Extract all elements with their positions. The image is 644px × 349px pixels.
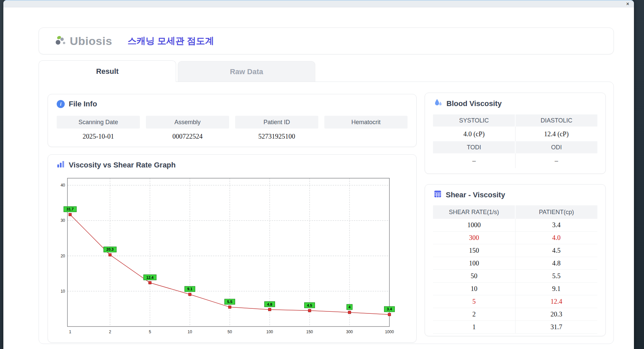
svg-text:30: 30 [61, 218, 65, 223]
diastolic-value: 12.4 (cP) [516, 127, 598, 141]
svg-text:5.5: 5.5 [227, 300, 232, 304]
todi-value: – [433, 153, 516, 168]
patient-viscosity-cell: 20.3 [516, 308, 598, 320]
odi-value: – [516, 153, 598, 168]
file-info-fields: Scanning Date 2025-10-01 Assembly 000722… [57, 116, 408, 144]
patient-viscosity-cell: 12.4 [516, 295, 598, 308]
info-icon: i [57, 100, 65, 108]
viscosity-chart: 102030401251050100150300100031.720.312.4… [55, 176, 404, 339]
systolic-value: 4.0 (cP) [433, 127, 516, 141]
svg-text:50: 50 [227, 330, 232, 334]
bv-value-row: – – [433, 153, 597, 168]
svg-text:4.5: 4.5 [307, 303, 312, 307]
field-scanning-date: Scanning Date 2025-10-01 [57, 116, 140, 144]
graph-card: Viscosity vs Shear Rate Graph 1020304012… [48, 154, 417, 343]
shear-rate-cell: 150 [433, 244, 516, 257]
close-icon[interactable]: × [625, 1, 631, 7]
blood-viscosity-card: Blood Viscosity SYSTOLIC DIASTOLIC 4.0 (… [425, 93, 606, 174]
table-row: 10003.4 [433, 219, 597, 232]
shear-viscosity-card: Shear - Viscosity SHEAR RATE(1/s) PATIEN… [425, 184, 606, 336]
svg-text:1: 1 [69, 330, 71, 334]
svg-text:5: 5 [149, 330, 151, 334]
titlebar: × [3, 0, 634, 7]
shear-rate-cell: 100 [433, 257, 516, 269]
bar-chart-icon [57, 160, 65, 170]
svg-text:4.8: 4.8 [267, 302, 272, 306]
patient-viscosity-cell: 9.1 [516, 283, 598, 295]
svg-text:4: 4 [348, 305, 351, 309]
file-info-title-text: File Info [69, 100, 97, 108]
bv-header-row: TODI ODI [433, 141, 597, 153]
svg-text:150: 150 [306, 330, 313, 334]
shear-viscosity-title: Shear - Viscosity [434, 190, 505, 200]
ubiosis-logo-icon [54, 35, 67, 47]
blood-viscosity-title: Blood Viscosity [434, 98, 502, 109]
table-row: 109.1 [433, 283, 597, 295]
field-value: 2025-10-01 [57, 129, 140, 144]
logo-text: Ubiosis [70, 35, 112, 48]
tab-result[interactable]: Result [39, 60, 176, 82]
svg-text:300: 300 [346, 330, 353, 334]
graph-title: Viscosity vs Shear Rate Graph [57, 160, 176, 170]
patient-column-header: PATIENT(cp) [516, 205, 597, 219]
todi-label: TODI [433, 141, 515, 153]
blood-viscosity-title-text: Blood Viscosity [446, 99, 502, 108]
table-row: 505.5 [433, 270, 597, 283]
field-hematocrit: Hematocrit [324, 116, 408, 144]
shear-rate-column-header: SHEAR RATE(1/s) [433, 205, 515, 219]
table-row: 3004.0 [433, 232, 597, 244]
svg-text:3.4: 3.4 [387, 307, 392, 311]
shear-rate-cell: 10 [433, 283, 516, 295]
graph-title-text: Viscosity vs Shear Rate Graph [69, 161, 176, 169]
svg-text:100: 100 [266, 330, 273, 334]
patient-viscosity-cell: 4.5 [516, 244, 598, 257]
table-row: 1504.5 [433, 244, 597, 257]
shear-rate-cell: 2 [433, 308, 516, 320]
shear-viscosity-title-text: Shear - Viscosity [446, 191, 505, 199]
field-assembly: Assembly 000722524 [146, 116, 229, 144]
shear-rate-cell: 5 [433, 295, 516, 308]
odi-label: ODI [516, 141, 597, 153]
shear-table-header: SHEAR RATE(1/s) PATIENT(cp) [433, 205, 597, 219]
svg-text:9.1: 9.1 [187, 287, 192, 291]
file-info-title: i File Info [57, 100, 97, 108]
systolic-label: SYSTOLIC [433, 114, 515, 127]
shear-table-body: 10003.43004.01504.51004.8505.5109.1512.4… [433, 219, 597, 334]
field-label: Patient ID [235, 116, 318, 129]
field-value: 000722524 [146, 129, 229, 144]
diastolic-label: DIASTOLIC [516, 114, 597, 127]
tab-raw-data[interactable]: Raw Data [178, 61, 315, 82]
patient-viscosity-cell: 4.8 [516, 257, 598, 269]
svg-text:10: 10 [187, 330, 192, 334]
field-value: 52731925100 [235, 129, 318, 144]
table-row: 131.7 [433, 321, 597, 334]
table-row: 1004.8 [433, 257, 597, 270]
bv-header-row: SYSTOLIC DIASTOLIC [433, 114, 597, 127]
shear-rate-cell: 300 [433, 232, 516, 244]
app-window: × Ubiosis 스캐닝 모세관 점도계 Result Raw Data i … [3, 0, 634, 349]
svg-text:2: 2 [109, 330, 111, 334]
svg-text:1000: 1000 [385, 330, 394, 334]
header-card: Ubiosis 스캐닝 모세관 점도계 [39, 28, 614, 54]
field-patient-id: Patient ID 52731925100 [235, 116, 318, 144]
table-row: 220.3 [433, 308, 597, 321]
shear-rate-cell: 50 [433, 270, 516, 282]
page-title: 스캐닝 모세관 점도계 [127, 35, 214, 47]
shear-viscosity-table: SHEAR RATE(1/s) PATIENT(cp) 10003.43004.… [433, 205, 597, 334]
field-label: Assembly [146, 116, 229, 129]
svg-text:31.7: 31.7 [66, 207, 73, 211]
svg-text:20: 20 [61, 254, 65, 258]
blood-viscosity-table: SYSTOLIC DIASTOLIC 4.0 (cP) 12.4 (cP) TO… [433, 114, 597, 168]
bv-value-row: 4.0 (cP) 12.4 (cP) [433, 127, 597, 141]
result-panel: i File Info Scanning Date 2025-10-01 Ass… [39, 82, 614, 344]
file-info-card: i File Info Scanning Date 2025-10-01 Ass… [48, 94, 417, 147]
svg-text:20.3: 20.3 [106, 247, 113, 251]
table-row: 512.4 [433, 295, 597, 308]
table-grid-icon [434, 190, 442, 200]
patient-viscosity-cell: 3.4 [516, 219, 598, 231]
svg-text:10: 10 [61, 289, 65, 294]
patient-viscosity-cell: 31.7 [516, 321, 598, 333]
droplet-icon [434, 98, 442, 109]
svg-text:12.4: 12.4 [146, 276, 154, 280]
svg-text:40: 40 [61, 183, 65, 188]
